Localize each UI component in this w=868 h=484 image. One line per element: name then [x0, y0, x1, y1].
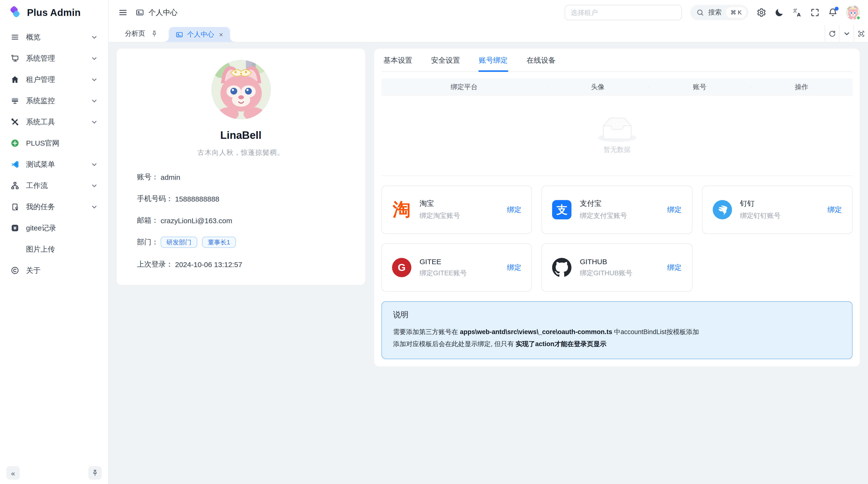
sidebar-item-label: 系统工具 — [26, 118, 84, 127]
sidebar-item-label: 系统管理 — [26, 54, 84, 63]
bind-link-alipay[interactable]: 绑定 — [667, 205, 682, 214]
content-maximize-button[interactable] — [854, 25, 868, 42]
tab-close-icon[interactable]: × — [219, 31, 223, 38]
platform-name: 支付宝 — [580, 199, 627, 208]
field-value: 15888888888 — [175, 195, 219, 203]
column-header-account: 账号 — [649, 83, 751, 92]
platform-name: GITHUB — [580, 257, 632, 266]
tab-basic-settings[interactable]: 基本设置 — [383, 49, 413, 71]
search-label: 搜索 — [708, 8, 722, 17]
binding-cards-grid: 淘 淘宝 绑定淘宝账号 绑定 支 支付宝 绑定支付宝账号 绑定 — [381, 186, 852, 292]
tabbar-controls — [825, 25, 868, 42]
sidebar-item-label: 我的任务 — [26, 202, 84, 212]
bind-card-taobao: 淘 淘宝 绑定淘宝账号 绑定 — [381, 186, 532, 234]
monitor-icon — [10, 54, 20, 63]
settings-panel: 基本设置 安全设置 账号绑定 在线设备 绑定平台 头像 账号 操作 — [374, 49, 860, 366]
profile-account-row: 账号： admin — [137, 172, 345, 182]
platform-desc: 绑定钉钉账号 — [740, 212, 780, 220]
header-actions: 搜索 ⌘ K 文A — [564, 5, 860, 20]
platform-name: GITEE — [420, 257, 467, 266]
sidebar-item-test-menu[interactable]: 测试菜单 — [5, 155, 103, 173]
breadcrumb[interactable]: 个人中心 — [135, 8, 178, 17]
language-button[interactable]: 文A — [792, 8, 802, 18]
profile-name: LinaBell — [137, 129, 345, 142]
sidebar-toggle-button[interactable] — [118, 8, 128, 18]
sidebar-item-system-tools[interactable]: 系统工具 — [5, 113, 103, 131]
tabbar-more-button[interactable] — [839, 25, 854, 42]
global-search-button[interactable]: 搜索 ⌘ K — [690, 5, 748, 20]
sidebar-pin-button[interactable] — [88, 466, 102, 480]
sidebar-item-label: 租户管理 — [26, 75, 84, 84]
tab-bar: 分析页 个人中心 × — [108, 25, 868, 42]
fullscreen-button[interactable] — [810, 8, 820, 18]
field-label: 账号： — [137, 172, 159, 182]
sidebar-item-workflow[interactable]: 工作流 — [5, 176, 103, 195]
sidebar-item-label: 系统监控 — [26, 96, 84, 105]
copyright-icon — [10, 266, 20, 275]
table-empty-state: 暂无数据 — [381, 96, 852, 176]
sidebar-item-system-monitor[interactable]: 系统监控 — [5, 92, 103, 110]
profile-card: LinaBell 古木向人秋，惊蓬掠鬓稠。 账号： admin 手机号码： 15… — [117, 49, 365, 285]
chevron-down-icon — [91, 203, 98, 211]
bind-card-gitee: G GITEE 绑定GITEE账号 绑定 — [381, 244, 532, 292]
column-header-platform: 绑定平台 — [381, 83, 547, 92]
refresh-icon — [828, 30, 836, 37]
profile-card-icon — [135, 8, 144, 17]
bind-link-taobao[interactable]: 绑定 — [507, 205, 522, 214]
theme-toggle-button[interactable] — [774, 8, 784, 18]
platform-name: 淘宝 — [420, 199, 460, 208]
sidebar-item-gitee-record[interactable]: ¥ gitee记录 — [5, 219, 103, 237]
chevron-down-icon — [91, 55, 98, 62]
field-value: 2024-10-06 13:12:57 — [175, 260, 242, 268]
sidebar-item-plus-website[interactable]: PLUS官网 — [5, 134, 103, 152]
field-value: crazyLionLi@163.com — [161, 216, 232, 224]
hamburger-icon — [118, 8, 128, 18]
svg-text:¥: ¥ — [13, 226, 17, 231]
sidebar: Plus Admin 概览 系统管理 租户管理 系统监控 — [0, 0, 108, 484]
sidebar-collapse-button[interactable]: « — [6, 466, 20, 480]
display-icon — [10, 96, 20, 105]
app-root: Plus Admin 概览 系统管理 租户管理 系统监控 — [0, 0, 868, 484]
platform-name: 钉钉 — [740, 199, 780, 208]
sidebar-item-label: 概览 — [26, 33, 84, 42]
sidebar-item-system-management[interactable]: 系统管理 — [5, 49, 103, 67]
tab-analysis-page[interactable]: 分析页 — [120, 25, 163, 42]
sidebar-item-label: 测试菜单 — [26, 160, 84, 169]
sidebar-item-about[interactable]: 关于 — [5, 261, 103, 280]
maximize-icon — [857, 30, 865, 37]
sidebar-item-image-upload[interactable]: 图片上传 — [5, 240, 103, 258]
chevron-down-icon — [91, 76, 98, 83]
sidebar-item-tenant-management[interactable]: 租户管理 — [5, 70, 103, 89]
fullscreen-icon — [810, 8, 820, 18]
profile-avatar — [211, 59, 271, 120]
tab-account-binding[interactable]: 账号绑定 — [478, 49, 508, 71]
bind-link-dingtalk[interactable]: 绑定 — [828, 205, 842, 214]
main-area: 个人中心 搜索 ⌘ K 文A — [108, 0, 868, 484]
tab-online-devices[interactable]: 在线设备 — [526, 49, 556, 71]
vscode-icon — [10, 160, 20, 169]
tab-personal-center[interactable]: 个人中心 × — [169, 27, 230, 42]
platform-desc: 绑定GITHUB账号 — [580, 269, 632, 278]
profile-fields: 账号： admin 手机号码： 15888888888 邮箱： crazyLio… — [137, 172, 345, 269]
notification-dot — [835, 7, 839, 10]
refresh-button[interactable] — [825, 25, 839, 42]
sidebar-item-my-tasks[interactable]: 我的任务 — [5, 198, 103, 216]
sidebar-item-overview[interactable]: 概览 — [5, 28, 103, 46]
menu-icon — [10, 32, 20, 42]
gitee-icon: G — [392, 258, 411, 277]
sidebar-nav: 概览 系统管理 租户管理 系统监控 系统工具 — [0, 25, 108, 462]
tenant-select-input[interactable] — [564, 5, 682, 20]
bind-link-gitee[interactable]: 绑定 — [507, 263, 522, 272]
online-status-dot — [856, 15, 861, 20]
bind-link-github[interactable]: 绑定 — [667, 263, 682, 272]
bind-card-alipay: 支 支付宝 绑定支付宝账号 绑定 — [542, 186, 692, 234]
panel-tabs: 基本设置 安全设置 账号绑定 在线设备 — [381, 49, 852, 72]
settings-button[interactable] — [756, 8, 766, 18]
sidebar-item-label: PLUS官网 — [26, 138, 98, 148]
user-avatar-button[interactable] — [846, 5, 860, 20]
tab-security-settings[interactable]: 安全设置 — [431, 49, 461, 71]
profile-email-row: 邮箱： crazyLionLi@163.com — [137, 215, 345, 226]
field-label: 部门： — [137, 238, 159, 247]
notifications-button[interactable] — [828, 8, 838, 18]
platform-desc: 绑定淘宝账号 — [420, 212, 460, 220]
